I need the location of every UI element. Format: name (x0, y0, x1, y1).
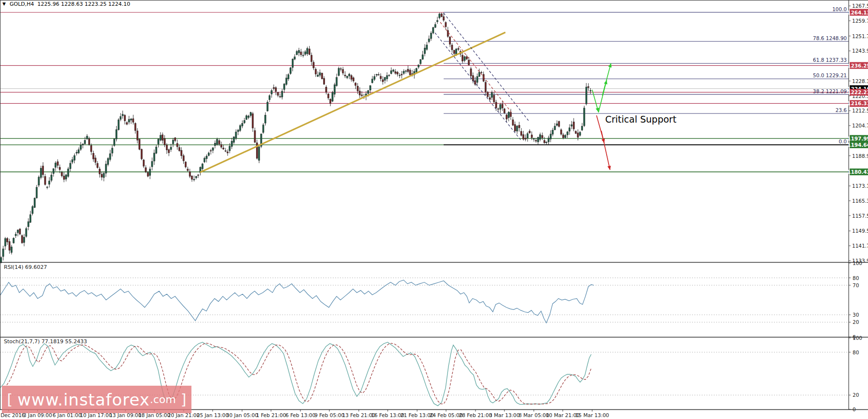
stoch-indicator-label: Stoch(21,7,7) 77.1819 55.2433 (4, 338, 87, 345)
rsi-indicator-label: RSI(14) 69.6027 (4, 264, 47, 270)
watermark-bracket-open: [ (7, 391, 13, 408)
main-chart-area[interactable] (0, 0, 849, 262)
ohlc-values: 1225.96 1228.63 1223.25 1224.10 (38, 1, 130, 7)
symbol-dropdown-caret-icon[interactable]: ▼ (2, 1, 6, 6)
rsi-panel[interactable] (0, 263, 849, 337)
chart-title-ohlc: GOLD,H4 1225.96 1228.63 1223.25 1224.10 (10, 1, 130, 7)
instaforex-watermark: [ www.instaforex .com ] (2, 386, 191, 413)
watermark-tld: .com (150, 393, 176, 405)
price-scale[interactable] (849, 0, 868, 409)
symbol-label: GOLD,H4 (10, 1, 34, 7)
watermark-domain: www.instaforex (17, 390, 149, 409)
critical-support-annotation: Critical Support (605, 114, 677, 125)
watermark-bracket-close: ] (181, 391, 187, 408)
mt4-chart-window: { "window": { "title_symbol": "GOLD,H4",… (0, 0, 868, 419)
